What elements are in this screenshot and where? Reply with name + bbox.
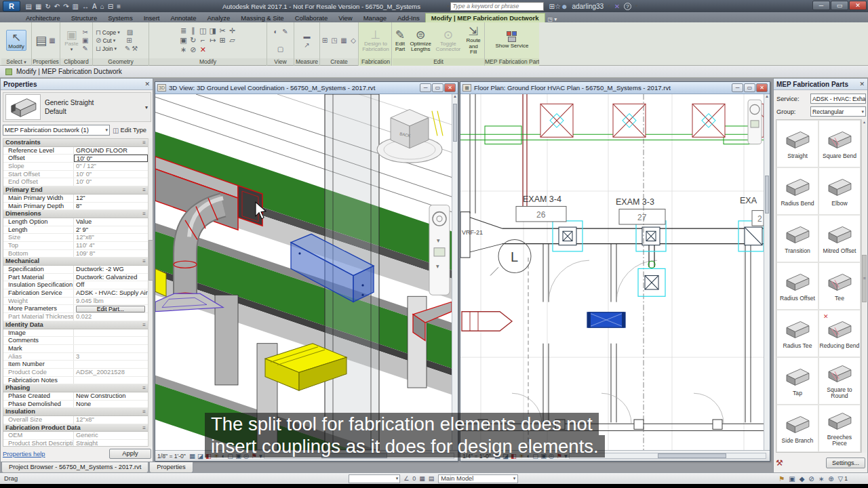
select-underlay-icon[interactable]: ⊘	[808, 475, 814, 483]
part-tee[interactable]: Tee	[818, 262, 861, 310]
visual-style-icon[interactable]: ◧	[205, 452, 212, 460]
links-toggle-icon[interactable]: ▤	[429, 475, 435, 482]
parts-scrollbar[interactable]: ▴≡	[861, 119, 867, 453]
plan-close-button[interactable]: ✕	[756, 83, 768, 92]
tab-analyze[interactable]: Analyze	[201, 14, 235, 22]
3d-vertical-scrollbar[interactable]: ▲	[452, 94, 458, 450]
redo-icon[interactable]: ↷	[63, 3, 68, 10]
sun-path-icon[interactable]: ☀	[519, 452, 525, 460]
join-geometry-button[interactable]: ⊔Join▾✎⚒	[96, 45, 138, 52]
crop-view-icon[interactable]: ▢	[227, 452, 233, 460]
undo-icon[interactable]: ↶	[54, 3, 60, 10]
tab-collaborate[interactable]: Collaborate	[290, 14, 334, 22]
mirror-icon[interactable]: ◫	[199, 26, 206, 35]
reveal-constraints-icon[interactable]: ◐	[272, 28, 280, 35]
save-icon[interactable]: ▦	[35, 3, 41, 10]
help-caret-icon[interactable]: ▾	[635, 3, 638, 9]
properties-help-link[interactable]: Properties help	[3, 451, 45, 458]
tab-structure[interactable]: Structure	[66, 14, 103, 22]
type-properties-icon[interactable]: ▦	[48, 37, 56, 44]
copy-icon[interactable]: ▣	[180, 36, 186, 45]
section-insulation[interactable]: Insulation≡	[3, 408, 148, 416]
part-radius-tee[interactable]: Radius Tee	[776, 310, 818, 357]
view-close-button[interactable]: ✕	[444, 83, 456, 92]
cut-geometry-button[interactable]: ⊘Cut▾⊞	[96, 37, 132, 44]
edit-part-button[interactable]: ✎Edit Part	[393, 28, 407, 54]
scale-icon[interactable]: ▱	[229, 36, 235, 45]
part-radius-offset[interactable]: Radius Offset	[776, 262, 818, 310]
prop-value[interactable]	[74, 337, 148, 344]
toggle-connector-button[interactable]: ⊙Toggle Connector	[434, 28, 462, 54]
close-button[interactable]: ✕	[849, 1, 867, 10]
plan-restore-button[interactable]: ▭	[744, 83, 755, 92]
plan-vertical-scrollbar[interactable]: ▲	[764, 94, 770, 450]
split-icon[interactable]: ✂	[219, 26, 226, 35]
open-icon[interactable]: ▤	[26, 3, 32, 10]
temporary-hide-icon[interactable]: ◎	[549, 452, 554, 460]
section-mechanical[interactable]: Mechanical≡	[3, 258, 148, 266]
viewport-plan-titlebar[interactable]: ▦ Floor Plan: Ground Floor HVAC Plan - 5…	[460, 82, 770, 94]
prop-value[interactable]: Ductwork: Galvanized	[74, 274, 148, 281]
minimize-button[interactable]: ─	[812, 1, 830, 10]
part-side-branch[interactable]: Side Branch	[776, 405, 818, 452]
reveal-hidden-icon[interactable]: ⚑	[556, 452, 562, 460]
help-icon[interactable]: ?	[624, 3, 631, 10]
tab-project-browser[interactable]: Project Browser - 56750_M_Systems - 2017…	[1, 462, 149, 473]
username[interactable]: adarling33	[572, 3, 604, 10]
create-parts-icon[interactable]: ◇	[349, 37, 357, 44]
part-transition[interactable]: Transition	[776, 215, 818, 262]
design-option-dropdown[interactable]: Main Model▾	[438, 474, 518, 483]
prop-value[interactable]: 2' 9"	[74, 226, 148, 234]
temporary-hide-icon[interactable]: ◎	[243, 452, 249, 460]
show-service-button[interactable]: Show Service	[494, 30, 530, 50]
crop-region-icon[interactable]: ▣	[235, 452, 241, 460]
part-tap[interactable]: Tap	[776, 357, 818, 405]
linework-icon[interactable]: ✎	[281, 28, 290, 35]
parts-close-icon[interactable]: ✕	[859, 81, 865, 87]
service-legend-icon[interactable]: ⚒	[776, 458, 783, 468]
detail-level-icon[interactable]: ◪	[502, 452, 509, 460]
navigation-bar-3d[interactable]: ▾ ▾	[429, 205, 450, 295]
revit-logo[interactable]: R	[3, 1, 20, 12]
properties-palette-icon[interactable]: ▤	[35, 33, 47, 48]
selected-duct-plan[interactable]	[587, 312, 625, 327]
tab-view[interactable]: View	[333, 14, 357, 22]
demolish-icon[interactable]: ⚒	[132, 45, 138, 52]
prop-value[interactable]: 12"	[74, 195, 148, 202]
settings-button[interactable]: Settings...	[826, 458, 865, 468]
prop-value[interactable]: 10' 0"	[74, 155, 148, 162]
edit-type-button[interactable]: ◫ Edit Type	[113, 127, 146, 134]
shadows-icon[interactable]: ◐	[221, 452, 225, 460]
text-icon[interactable]: A	[92, 3, 97, 10]
sign-in-icon[interactable]: ☻	[561, 3, 568, 10]
section-primary-end[interactable]: Primary End≡	[3, 186, 148, 195]
apply-button[interactable]: Apply	[109, 449, 151, 459]
trim-icon[interactable]: ⌐	[199, 36, 206, 45]
align-icon[interactable]: ≣	[180, 26, 186, 35]
section-icon[interactable]: ⊟	[108, 3, 113, 10]
cope-button[interactable]: ⊓Cope▾▨	[96, 28, 133, 36]
design-options-icon[interactable]: ▣	[789, 475, 795, 483]
create-group-icon[interactable]: ⊞	[321, 37, 329, 44]
tab-massing-site[interactable]: Massing & Site	[235, 14, 289, 22]
shadows-icon[interactable]: ◐	[526, 452, 530, 460]
3d-canvas[interactable]: BACK ▾ ▾	[155, 94, 452, 450]
prop-value[interactable]: 8"	[74, 203, 148, 210]
crop-region-icon[interactable]: ▣	[540, 452, 547, 460]
view-minimize-button[interactable]: ─	[420, 83, 431, 92]
plan-horizontal-scrollbar[interactable]	[569, 453, 766, 459]
sun-path-icon[interactable]: ☀	[214, 452, 220, 460]
properties-scrollbar[interactable]	[148, 138, 153, 447]
design-to-fabrication-button[interactable]: ⊥Design to Fabrication	[361, 28, 391, 54]
more-controls-icon[interactable]: ▾	[259, 452, 262, 460]
wall-joins-icon[interactable]: ⊞	[126, 37, 132, 44]
parts-palette-header[interactable]: MEP Fabrication Parts ✕	[774, 79, 867, 90]
pin-icon[interactable]: ∗	[180, 45, 186, 54]
select-pinned-icon[interactable]: ∗	[818, 475, 824, 483]
prop-value[interactable]: Ductwork: -2 WG	[74, 266, 148, 273]
edit-part-more-button[interactable]: Edit Part...	[76, 306, 145, 312]
tab-manage[interactable]: Manage	[358, 14, 392, 22]
ribbon-display-toggle-icon[interactable]: ◳ ▾	[548, 16, 557, 22]
prop-value[interactable]	[74, 377, 148, 384]
exchange-apps-icon[interactable]: ⊞	[549, 3, 555, 10]
